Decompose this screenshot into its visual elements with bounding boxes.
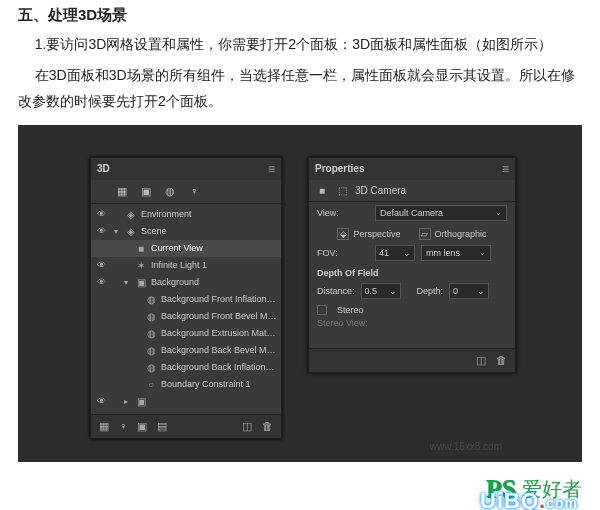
paragraph-1: 1.要访问3D网格设置和属性，你需要打开2个面板：3D面板和属性面板（如图所示） (18, 31, 582, 58)
panel-3d-tree: 👁◈Environment👁▾◈Scene■Current View👁✶Infi… (91, 204, 281, 412)
stereo-view-label: Stereo View: (309, 318, 515, 330)
row-projection: ⬙ Perspective ▱ Orthographic (309, 224, 515, 242)
stereo-checkbox[interactable] (317, 305, 327, 315)
tree-row[interactable]: ◍Background Back Inflation … (91, 359, 281, 376)
delete-icon[interactable]: 🗑 (496, 354, 507, 366)
tree-item-label: Infinite Light 1 (151, 260, 277, 270)
twisty-icon[interactable]: ▸ (121, 397, 131, 406)
view-select[interactable]: Default Camera ⌄ (375, 205, 507, 221)
tree-row[interactable]: ◍Background Back Bevel Mat… (91, 342, 281, 359)
tree-row[interactable]: 👁▸▣ (91, 393, 281, 410)
item-type-icon: ✶ (135, 260, 147, 271)
distance-field[interactable]: 0.5⌄ (361, 283, 401, 299)
visibility-eye-icon[interactable]: 👁 (95, 226, 107, 236)
tree-item-label: Background Back Inflation … (161, 362, 277, 372)
tool-delete-icon[interactable]: 🗑 (262, 420, 273, 432)
row-fov: FOV: 41⌄ mm lens ⌄ (309, 242, 515, 264)
coords-icon: ⬚ (335, 183, 349, 197)
tree-item-label: Scene (141, 226, 277, 236)
tree-row[interactable]: ◍Background Front Bevel Ma… (91, 308, 281, 325)
panel-3d-titlebar[interactable]: 3D ≡ (91, 158, 281, 180)
panel-menu-icon[interactable]: ≡ (268, 162, 275, 176)
depth-label: Depth: (417, 286, 444, 296)
item-type-icon: ◍ (145, 362, 157, 373)
item-type-icon: ◈ (125, 209, 137, 220)
tree-item-label: Background Extrusion Mate… (161, 328, 277, 338)
tool-camera-icon[interactable]: ▣ (137, 420, 147, 433)
watermark-url: www.16xx8.com (430, 441, 502, 452)
camera-icon: ■ (315, 183, 329, 197)
item-type-icon: ○ (145, 379, 157, 390)
depth-field[interactable]: 0⌄ (449, 283, 489, 299)
panel-properties-title: Properties (315, 163, 364, 174)
item-type-icon: ◍ (145, 328, 157, 339)
toggle-perspective[interactable]: ⬙ Perspective (337, 228, 400, 240)
item-type-icon: ◍ (145, 345, 157, 356)
tree-item-label: Background Front Inflation … (161, 294, 277, 304)
filter-light-icon[interactable]: ♀ (187, 184, 201, 198)
item-type-icon: ▣ (135, 396, 147, 407)
tree-item-label: Current View (151, 243, 277, 253)
stereo-label: Stereo (337, 305, 364, 315)
orthographic-icon: ▱ (419, 228, 431, 240)
tree-row[interactable]: 👁✶Infinite Light 1 (91, 257, 281, 274)
panel-properties-bottombar: ◫ 🗑 (309, 348, 515, 372)
panel-3d-title: 3D (97, 163, 110, 174)
fov-field[interactable]: 41⌄ (375, 245, 415, 261)
item-type-icon: ◈ (125, 226, 137, 237)
panel-properties-titlebar[interactable]: Properties ≡ (309, 158, 515, 180)
chevron-down-icon: ⌄ (477, 286, 485, 296)
item-type-icon: ◍ (145, 311, 157, 322)
article-text: 五、处理3D场景 1.要访问3D网格设置和属性，你需要打开2个面板：3D面板和属… (0, 0, 600, 115)
visibility-eye-icon[interactable]: 👁 (95, 260, 107, 270)
view-value: Default Camera (380, 208, 443, 218)
paragraph-2: 在3D面板和3D场景的所有组件，当选择任意一栏，属性面板就会显示其设置。所以在修… (18, 62, 582, 115)
fov-label: FOV: (317, 248, 369, 258)
tree-row[interactable]: 👁▾▣Background (91, 274, 281, 291)
tool-new-icon[interactable]: ◫ (242, 420, 252, 433)
item-type-icon: ▣ (135, 277, 147, 288)
row-stereo-check: Stereo (309, 302, 515, 318)
panel-properties-subhead: ■ ⬚ 3D Camera (309, 180, 515, 202)
panel-properties: Properties ≡ ■ ⬚ 3D Camera View: Default… (308, 157, 516, 373)
filter-mesh-icon[interactable]: ▣ (139, 184, 153, 198)
toggle-orthographic[interactable]: ▱ Orthographic (419, 228, 487, 240)
visibility-eye-icon[interactable]: 👁 (95, 209, 107, 219)
twisty-icon[interactable]: ▾ (111, 227, 121, 236)
tree-item-label: Environment (141, 209, 277, 219)
tree-row[interactable]: ◍Background Extrusion Mate… (91, 325, 281, 342)
render-icon[interactable]: ◫ (476, 354, 486, 367)
panel-properties-subtitle: 3D Camera (355, 185, 406, 196)
visibility-eye-icon[interactable]: 👁 (95, 396, 107, 406)
tool-render-icon[interactable]: ▤ (157, 420, 167, 433)
twisty-icon[interactable]: ▾ (121, 278, 131, 287)
tool-scene-icon[interactable]: ▦ (99, 420, 109, 433)
chevron-down-icon: ⌄ (479, 248, 486, 257)
filter-material-icon[interactable]: ◍ (163, 184, 177, 198)
panel-menu-icon[interactable]: ≡ (502, 162, 509, 176)
item-type-icon: ■ (135, 243, 147, 254)
tool-light-icon[interactable]: ♀ (119, 420, 127, 432)
row-dof: Distance: 0.5⌄ Depth: 0⌄ (309, 280, 515, 302)
tree-item-label: Background Back Bevel Mat… (161, 345, 277, 355)
fov-unit-select[interactable]: mm lens ⌄ (421, 245, 491, 261)
tree-row[interactable]: ■Current View (91, 240, 281, 257)
panel-3d: 3D ≡ ▦ ▣ ◍ ♀ 👁◈Environment👁▾◈Scene■Curre… (90, 157, 282, 439)
tree-row[interactable]: ○Boundary Constraint 1 (91, 376, 281, 393)
chevron-down-icon: ⌄ (495, 208, 502, 217)
tree-item-label: Background Front Bevel Ma… (161, 311, 277, 321)
panel-3d-bottombar: ▦ ♀ ▣ ▤ ◫ 🗑 (91, 414, 281, 438)
perspective-icon: ⬙ (337, 228, 349, 240)
view-label: View: (317, 208, 369, 218)
filter-scene-icon[interactable]: ▦ (115, 184, 129, 198)
tree-row[interactable]: 👁▾◈Scene (91, 223, 281, 240)
item-type-icon: ◍ (145, 294, 157, 305)
screenshot: 3D ≡ ▦ ▣ ◍ ♀ 👁◈Environment👁▾◈Scene■Curre… (18, 125, 582, 462)
chevron-down-icon: ⌄ (403, 248, 411, 258)
tree-row[interactable]: ◍Background Front Inflation … (91, 291, 281, 308)
visibility-eye-icon[interactable]: 👁 (95, 277, 107, 287)
dof-title: Depth Of Field (309, 264, 515, 280)
distance-label: Distance: (317, 286, 355, 296)
panel-3d-filterbar: ▦ ▣ ◍ ♀ (91, 180, 281, 204)
tree-row[interactable]: 👁◈Environment (91, 206, 281, 223)
